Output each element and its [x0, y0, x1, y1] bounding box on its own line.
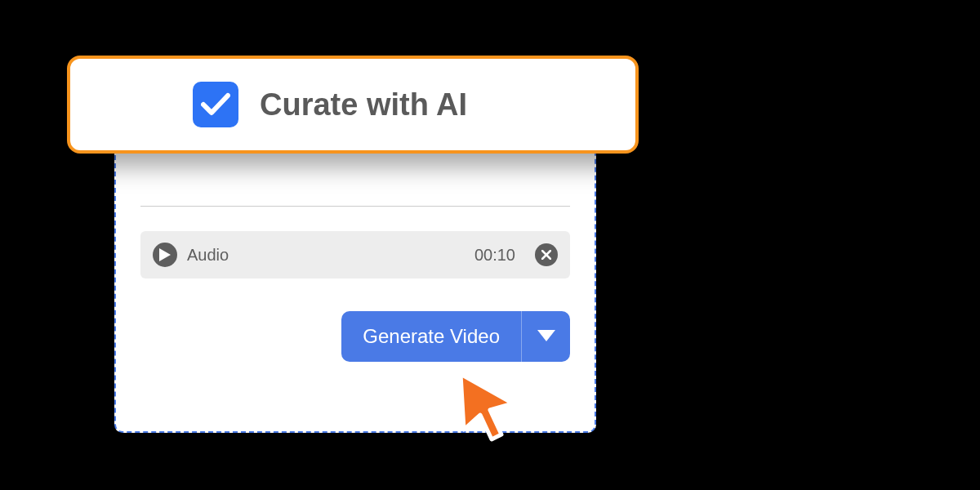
audio-track-row: Audio 00:10	[140, 231, 570, 278]
svg-marker-3	[537, 330, 555, 341]
caret-down-icon	[537, 330, 555, 343]
remove-audio-icon[interactable]	[535, 243, 558, 266]
button-row: Generate Video	[140, 311, 570, 362]
generate-video-dropdown[interactable]	[521, 311, 570, 362]
play-icon[interactable]	[153, 243, 177, 267]
curate-callout-card: Curate with AI	[67, 56, 639, 154]
cursor-pointer-icon	[456, 369, 521, 446]
divider	[140, 206, 570, 207]
checkmark-icon	[201, 92, 230, 117]
generate-video-label: Generate Video	[363, 325, 500, 348]
audio-duration: 00:10	[474, 246, 515, 265]
generate-video-button[interactable]: Generate Video	[341, 311, 521, 362]
audio-label: Audio	[187, 246, 465, 265]
curate-label: Curate with AI	[260, 87, 467, 122]
generate-video-split-button: Generate Video	[341, 311, 570, 362]
editor-panel: Audio 00:10 Generate Video	[114, 131, 596, 433]
curate-checkbox[interactable]	[193, 82, 238, 127]
svg-marker-0	[159, 248, 171, 261]
